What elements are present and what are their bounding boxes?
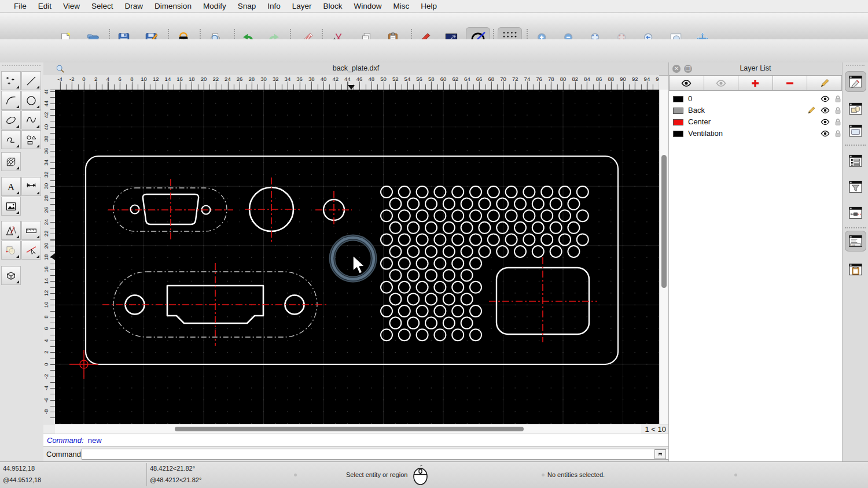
- menu-file[interactable]: File: [8, 0, 32, 13]
- ellipse-tool-button[interactable]: [1, 110, 21, 130]
- drafting-icon: [5, 223, 17, 238]
- layer-row-center[interactable]: Center: [669, 116, 842, 128]
- scrollbar-thumb[interactable]: [175, 427, 524, 431]
- current-layer-pencil-icon: [807, 106, 816, 115]
- ruler-number: 58: [428, 76, 435, 82]
- mouse-hint-icon: [413, 464, 428, 486]
- cursor-position-marker: [348, 85, 355, 90]
- entity-list-panel-button[interactable]: [845, 150, 866, 171]
- box3d-tool-button[interactable]: [1, 266, 21, 285]
- layer-lock-icon[interactable]: [833, 117, 843, 127]
- menu-edit[interactable]: Edit: [32, 0, 57, 13]
- ruler-number: 18: [189, 76, 195, 82]
- command-line-row: Command:: [43, 446, 668, 461]
- text-icon: A: [5, 179, 17, 194]
- menu-info[interactable]: Info: [262, 0, 286, 13]
- layer-visibility-eye-icon[interactable]: [821, 117, 830, 127]
- layer-lock-icon[interactable]: [833, 129, 843, 138]
- clipboard-panel-button[interactable]: [845, 259, 866, 280]
- menu-layer[interactable]: Layer: [286, 0, 318, 13]
- menu-window[interactable]: Window: [348, 0, 388, 13]
- ruler-number: 32: [273, 76, 279, 82]
- main-toolbar: SVG: [0, 13, 868, 40]
- connections-panel-button[interactable]: [845, 202, 866, 223]
- line-tool-button[interactable]: [21, 71, 41, 90]
- command-keyboard-toggle-button[interactable]: [654, 449, 666, 459]
- menu-bar: FileEditViewSelectDrawDimensionModifySna…: [0, 0, 868, 13]
- spline-tool-button[interactable]: [21, 110, 41, 130]
- drafting-tool-button[interactable]: [1, 221, 21, 240]
- ruler-number: 22: [212, 76, 219, 82]
- menu-select[interactable]: Select: [86, 0, 119, 13]
- command-line-panel-button[interactable]: cmd: [845, 231, 866, 252]
- eye-icon: [681, 78, 692, 88]
- edit-layer-button[interactable]: [807, 75, 842, 91]
- menu-block[interactable]: Block: [318, 0, 348, 13]
- shapes-tool-button[interactable]: [21, 130, 41, 149]
- select-entity-tool-button[interactable]: [21, 241, 41, 260]
- layer-row-ventilation[interactable]: Ventilation: [669, 128, 842, 139]
- dock-separator: [845, 145, 866, 146]
- remove-layer-button[interactable]: [773, 75, 808, 91]
- ruler-number: 40: [321, 76, 327, 82]
- ruler-number: 2: [94, 76, 97, 82]
- menu-misc[interactable]: Misc: [388, 0, 415, 13]
- text-tool-button[interactable]: A: [1, 177, 21, 196]
- menu-dimension[interactable]: Dimension: [149, 0, 197, 13]
- dimension-tool-button[interactable]: [21, 177, 41, 196]
- library-browser-panel-button[interactable]: [845, 120, 866, 141]
- points-tool-button[interactable]: [1, 71, 21, 90]
- menu-draw[interactable]: Draw: [119, 0, 149, 13]
- ruler-number: 86: [596, 76, 602, 82]
- layer-list-panel-button[interactable]: [845, 71, 866, 92]
- ruler-number: 10: [141, 76, 147, 82]
- hide-all-layers-button[interactable]: [704, 75, 739, 91]
- layer-lock-icon[interactable]: [833, 94, 843, 103]
- dock-clipboard-icon: [848, 261, 863, 278]
- image-tool-button[interactable]: [1, 197, 21, 216]
- ruler-number: 38: [308, 76, 315, 82]
- vertical-ruler: 4644424038363432302826242220181614121086…: [43, 90, 56, 424]
- ruler-number: -4: [57, 76, 62, 82]
- layer-row-0[interactable]: 0: [669, 93, 842, 105]
- ruler-number: 24: [225, 76, 231, 82]
- statusbar-divider: [146, 463, 147, 486]
- scrollbar-thumb[interactable]: [661, 155, 667, 288]
- arc-tool-button[interactable]: [1, 91, 21, 110]
- menu-modify[interactable]: Modify: [197, 0, 232, 13]
- layer-visibility-eye-icon[interactable]: [821, 94, 830, 103]
- horizontal-scrollbar[interactable]: [55, 424, 641, 434]
- selection-filter-panel-button[interactable]: [845, 176, 866, 197]
- line-icon: [25, 73, 37, 88]
- layer-panel-header: ✕ ❐ Layer List: [669, 62, 842, 76]
- select-entity-icon: [25, 243, 37, 258]
- polyline-tool-button[interactable]: [1, 130, 21, 149]
- layer-lock-icon[interactable]: [833, 106, 843, 115]
- image-icon: [5, 199, 17, 214]
- vertical-scrollbar[interactable]: [659, 90, 668, 424]
- ruler-number: 62: [452, 76, 458, 82]
- menu-help[interactable]: Help: [415, 0, 443, 13]
- ruler-number: 6: [118, 76, 121, 82]
- circle-tool-button[interactable]: [21, 91, 41, 110]
- layer-row-back[interactable]: Back: [669, 105, 842, 116]
- command-input[interactable]: [82, 449, 695, 460]
- hatch-icon: [5, 154, 17, 169]
- ruler-number: 72: [512, 76, 518, 82]
- menu-snap[interactable]: Snap: [232, 0, 262, 13]
- hatch-tool-button[interactable]: [1, 152, 21, 171]
- ruler-number: 68: [488, 76, 495, 82]
- layer-visibility-eye-icon[interactable]: [821, 129, 830, 138]
- menu-view[interactable]: View: [57, 0, 86, 13]
- layer-name: Ventilation: [688, 129, 723, 138]
- show-all-layers-button[interactable]: [669, 75, 704, 91]
- dock-layer-icon: [848, 73, 863, 90]
- add-layer-button[interactable]: [738, 75, 773, 91]
- drawing-canvas[interactable]: [55, 90, 659, 424]
- measure-tool-button[interactable]: [21, 221, 41, 240]
- modify-tool-button[interactable]: [1, 241, 21, 260]
- block-list-panel-button[interactable]: [845, 98, 866, 119]
- action-hint: Select entity or region: [346, 471, 407, 478]
- drawing-window-titlebar: back_plate.dxf: [43, 62, 668, 76]
- layer-visibility-eye-icon[interactable]: [821, 106, 830, 115]
